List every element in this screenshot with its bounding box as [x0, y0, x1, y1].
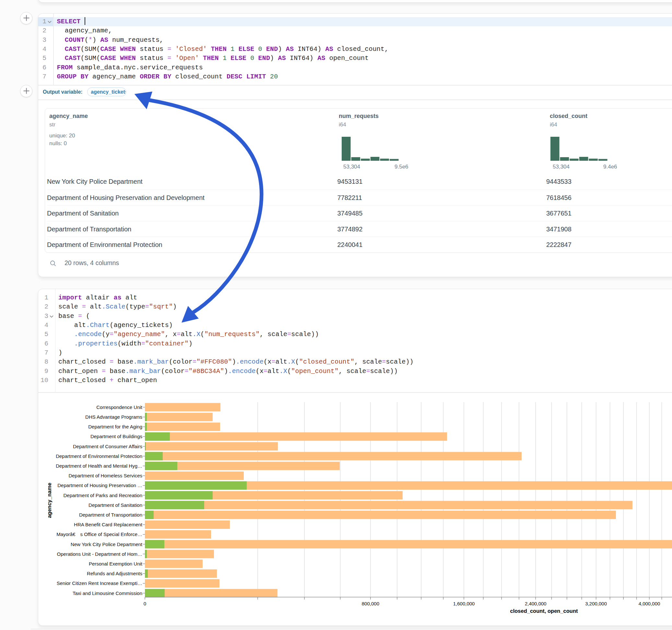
- svg-text:1,600,000: 1,600,000: [453, 601, 475, 606]
- svg-text:Senior Citizen Rent Increase E: Senior Citizen Rent Increase Exempti…: [57, 580, 142, 586]
- svg-text:800,000: 800,000: [362, 601, 379, 606]
- svg-text:agency_name: agency_name: [46, 483, 52, 518]
- svg-text:Personal Exemption Unit: Personal Exemption Unit: [89, 561, 143, 566]
- svg-text:Department of Sanitation: Department of Sanitation: [89, 502, 142, 508]
- svg-text:New York City Police Departmen: New York City Police Department: [71, 541, 143, 547]
- svg-text:Operations Unit - Department o: Operations Unit - Department of Hom…: [57, 551, 142, 557]
- svg-text:Department for the Aging: Department for the Aging: [88, 424, 142, 429]
- svg-text:2,400,000: 2,400,000: [525, 601, 547, 606]
- svg-text:Refunds and Adjustments: Refunds and Adjustments: [87, 571, 142, 576]
- svg-text:Mayorâ€ s Office of Special En: Mayorâ€ s Office of Special Enforce…: [56, 532, 142, 537]
- svg-text:Department of Parks and Recrea: Department of Parks and Recreation: [64, 492, 142, 498]
- svg-text:Department of Homeless Service: Department of Homeless Services: [68, 473, 142, 478]
- svg-text:Department of Housing Preserva: Department of Housing Preservation …: [57, 483, 142, 488]
- svg-text:Department of Transportation: Department of Transportation: [79, 512, 142, 517]
- svg-text:Department of Health and Menta: Department of Health and Mental Hyg…: [56, 463, 142, 468]
- svg-text:0: 0: [144, 601, 146, 606]
- svg-text:Department of Consumer Affairs: Department of Consumer Affairs: [73, 444, 142, 449]
- svg-text:Correspondence Unit: Correspondence Unit: [96, 405, 143, 410]
- svg-text:3,200,000: 3,200,000: [585, 601, 607, 606]
- svg-text:HRA Benefit Card Replacement: HRA Benefit Card Replacement: [74, 522, 143, 527]
- svg-text:DHS Advantage Programs: DHS Advantage Programs: [85, 414, 142, 420]
- svg-text:closed_count, open_count: closed_count, open_count: [510, 608, 578, 614]
- svg-text:Department of Environmental Pr: Department of Environmental Protection: [56, 453, 142, 459]
- svg-text:Taxi and Limousine Commission: Taxi and Limousine Commission: [73, 590, 142, 596]
- svg-text:Department of Buildings: Department of Buildings: [91, 434, 142, 439]
- svg-text:4,000,000: 4,000,000: [639, 601, 660, 606]
